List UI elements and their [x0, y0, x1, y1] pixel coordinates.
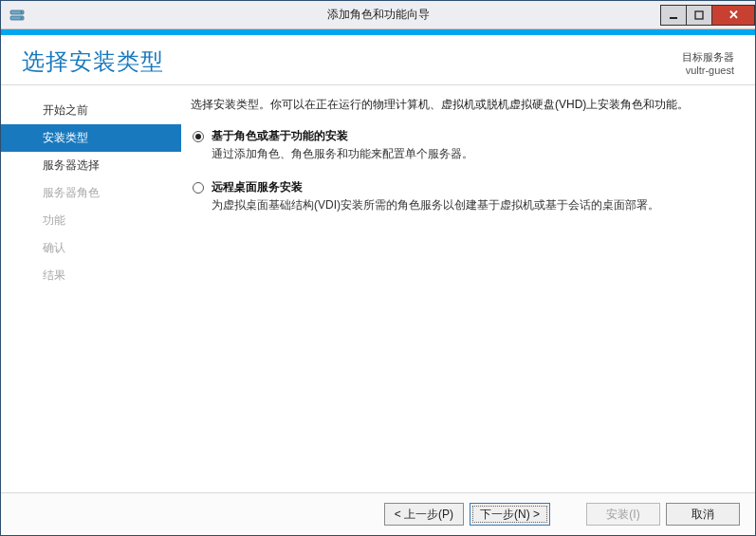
page-title: 选择安装类型 [22, 46, 682, 77]
titlebar: 添加角色和功能向导 ✕ [1, 1, 755, 29]
minimize-button[interactable] [660, 5, 687, 26]
radio-description: 通过添加角色、角色服务和功能来配置单个服务器。 [212, 146, 473, 162]
button-gap [556, 503, 581, 526]
radio-role-based[interactable]: 基于角色或基于功能的安装 通过添加角色、角色服务和功能来配置单个服务器。 [193, 128, 738, 162]
next-button[interactable]: 下一步(N) > [470, 503, 550, 526]
wizard-sidebar: 开始之前 安装类型 服务器选择 服务器角色 功能 确认 结果 [1, 85, 181, 492]
radio-remote-desktop[interactable]: 远程桌面服务安装 为虚拟桌面基础结构(VDI)安装所需的角色服务以创建基于虚拟机… [193, 179, 738, 213]
step-features: 功能 [1, 207, 181, 234]
cancel-button[interactable]: 取消 [666, 503, 740, 526]
radio-text: 远程桌面服务安装 为虚拟桌面基础结构(VDI)安装所需的角色服务以创建基于虚拟机… [212, 179, 659, 213]
svg-point-2 [21, 11, 23, 13]
server-manager-icon [7, 5, 28, 26]
step-before-begin[interactable]: 开始之前 [1, 97, 181, 124]
close-button[interactable]: ✕ [711, 5, 755, 26]
radio-indicator-icon [193, 131, 204, 142]
install-button: 安装(I) [586, 503, 660, 526]
previous-button[interactable]: < 上一步(P) [384, 503, 464, 526]
window-title: 添加角色和功能向导 [1, 7, 755, 23]
install-type-radio-group: 基于角色或基于功能的安装 通过添加角色、角色服务和功能来配置单个服务器。 远程桌… [193, 128, 738, 213]
footer: < 上一步(P) 下一步(N) > 安装(I) 取消 [1, 492, 755, 535]
target-server-value: vultr-guest [682, 65, 734, 76]
step-results: 结果 [1, 262, 181, 289]
wizard-window: 添加角色和功能向导 ✕ 选择安装类型 目标服务器 vultr-guest 开始之… [0, 0, 756, 536]
step-confirm: 确认 [1, 234, 181, 262]
target-server-label: 目标服务器 [682, 50, 734, 65]
window-buttons: ✕ [661, 5, 755, 26]
maximize-button[interactable] [686, 5, 712, 26]
radio-text: 基于角色或基于功能的安装 通过添加角色、角色服务和功能来配置单个服务器。 [212, 128, 473, 162]
radio-indicator-icon [193, 182, 204, 194]
intro-text: 选择安装类型。你可以在正在运行的物理计算机、虚拟机或脱机虚拟硬盘(VHD)上安装… [191, 97, 738, 113]
step-server-roles: 服务器角色 [1, 179, 181, 207]
svg-rect-5 [695, 11, 703, 19]
header-area: 选择安装类型 目标服务器 vultr-guest [1, 35, 755, 85]
radio-label: 远程桌面服务安装 [212, 179, 659, 195]
content-area: 选择安装类型。你可以在正在运行的物理计算机、虚拟机或脱机虚拟硬盘(VHD)上安装… [181, 85, 755, 492]
body-area: 开始之前 安装类型 服务器选择 服务器角色 功能 确认 结果 选择安装类型。你可… [1, 85, 755, 492]
radio-label: 基于角色或基于功能的安装 [212, 128, 473, 144]
step-server-selection[interactable]: 服务器选择 [1, 152, 181, 179]
svg-point-3 [21, 17, 23, 19]
step-install-type[interactable]: 安装类型 [1, 124, 181, 152]
target-server-info: 目标服务器 vultr-guest [682, 50, 734, 77]
radio-description: 为虚拟桌面基础结构(VDI)安装所需的角色服务以创建基于虚拟机或基于会话的桌面部… [212, 197, 659, 213]
